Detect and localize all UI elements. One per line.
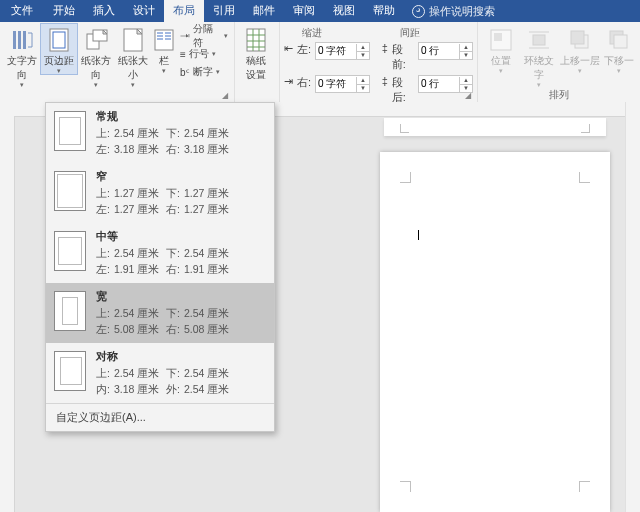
size-button[interactable]: 纸张大小▾ <box>114 24 151 88</box>
margins-button[interactable]: 页边距▾ <box>40 23 79 75</box>
tell-me-label: 操作说明搜索 <box>429 4 495 19</box>
crop-mark <box>400 172 411 183</box>
indent-left-icon: ⇤ <box>284 42 293 72</box>
space-before-label: 段前: <box>392 42 414 72</box>
margins-moderate-icon <box>54 231 86 271</box>
margins-mirrored-icon <box>54 351 86 391</box>
wrap-text-icon <box>520 26 558 54</box>
spinner-up[interactable]: ▲ <box>460 44 472 52</box>
tab-strip: 文件 开始 插入 设计 布局 引用 邮件 审阅 视图 帮助 操作说明搜索 <box>0 0 640 22</box>
crop-mark <box>581 124 590 133</box>
caret-icon: ▾ <box>77 82 114 88</box>
tab-review[interactable]: 审阅 <box>284 0 324 22</box>
crop-mark <box>579 481 590 492</box>
tab-layout[interactable]: 布局 <box>164 0 204 22</box>
indent-right-spinner[interactable]: ▲▼ <box>315 75 370 93</box>
bring-forward-icon <box>558 26 602 54</box>
space-before-spinner[interactable]: ▲▼ <box>418 42 473 60</box>
tab-help[interactable]: 帮助 <box>364 0 404 22</box>
crop-mark <box>400 124 409 133</box>
group-arrange: 位置▾ 环绕文字▾ 上移一层▾ 下移一▾ 排列 <box>478 22 640 102</box>
tab-references[interactable]: 引用 <box>204 0 244 22</box>
page-setup-dialog-launcher[interactable]: ◢ <box>222 91 232 101</box>
margins-option-wide[interactable]: 宽 上:2.54 厘米下:2.54 厘米 左:5.08 厘米右:5.08 厘米 <box>46 283 274 343</box>
spinner-down[interactable]: ▼ <box>357 85 369 92</box>
margins-icon <box>41 26 78 54</box>
tab-design[interactable]: 设计 <box>124 0 164 22</box>
svg-rect-29 <box>614 35 627 48</box>
indent-right-input[interactable] <box>316 79 356 90</box>
spinner-down[interactable]: ▼ <box>357 52 369 59</box>
breaks-button[interactable]: ⭲分隔符 ▾ <box>180 27 228 45</box>
margins-narrow-icon <box>54 171 86 211</box>
wrap-text-button: 环绕文字▾ <box>520 24 558 88</box>
margins-dropdown: 常规 上:2.54 厘米下:2.54 厘米 左:3.18 厘米右:3.18 厘米… <box>45 102 275 432</box>
margins-wide-icon <box>54 291 86 331</box>
hyphenation-button[interactable]: bᶜ断字 ▾ <box>180 63 228 81</box>
orientation-icon <box>77 26 114 54</box>
caret-icon: ▾ <box>224 33 228 39</box>
bulb-icon <box>412 5 425 18</box>
crop-mark <box>579 172 590 183</box>
vertical-ruler[interactable] <box>0 116 15 512</box>
indent-right-icon: ⇥ <box>284 75 293 105</box>
margins-option-moderate[interactable]: 中等 上:2.54 厘米下:2.54 厘米 左:1.91 厘米右:1.91 厘米 <box>46 223 274 283</box>
indent-left-input[interactable] <box>316 46 356 57</box>
svg-rect-27 <box>571 31 584 44</box>
group-docgrid: 稿纸 设置 <box>235 22 280 102</box>
spinner-up[interactable]: ▲ <box>357 77 369 85</box>
svg-rect-1 <box>18 31 21 49</box>
position-button: 位置▾ <box>482 24 520 74</box>
space-before-icon: ‡ <box>382 42 388 72</box>
tab-home[interactable]: 开始 <box>44 0 84 22</box>
text-cursor <box>418 230 419 240</box>
svg-rect-0 <box>13 31 16 49</box>
bring-forward-button: 上移一层▾ <box>558 24 602 74</box>
margins-normal-icon <box>54 111 86 151</box>
tell-me-search[interactable]: 操作说明搜索 <box>404 0 503 22</box>
breaks-icon: ⭲ <box>180 31 190 42</box>
caret-icon: ▾ <box>151 68 176 74</box>
position-icon <box>482 26 520 54</box>
indent-left-label: 左: <box>297 42 311 72</box>
ribbon: 文字方向▾ 页边距▾ 纸张方向▾ 纸张大小▾ <box>0 22 640 103</box>
spinner-down[interactable]: ▼ <box>460 52 472 59</box>
send-backward-button: 下移一▾ <box>602 24 636 74</box>
svg-rect-15 <box>247 29 265 51</box>
space-after-input[interactable] <box>419 79 459 90</box>
columns-icon <box>151 26 176 54</box>
space-after-icon: ‡ <box>382 75 388 105</box>
group-paragraph: 缩进 间距 ⇤ 左: ▲▼ ‡ 段前: ▲▼ ⇥ 右: ▲▼ ‡ 段后: ▲▼ <box>280 22 478 102</box>
spinner-up[interactable]: ▲ <box>460 77 472 85</box>
margins-option-mirrored[interactable]: 对称 上:2.54 厘米下:2.54 厘米 内:3.18 厘米外:2.54 厘米 <box>46 343 274 403</box>
docgrid-icon <box>239 26 273 54</box>
margins-custom-button[interactable]: 自定义页边距(A)... <box>46 403 274 431</box>
tab-insert[interactable]: 插入 <box>84 0 124 22</box>
caret-icon: ▾ <box>4 82 41 88</box>
caret-icon: ▾ <box>216 69 220 75</box>
paragraph-dialog-launcher[interactable]: ◢ <box>465 91 475 101</box>
space-after-label: 段后: <box>392 75 414 105</box>
svg-rect-23 <box>533 35 545 45</box>
vertical-scrollbar[interactable] <box>625 102 640 512</box>
tab-mailings[interactable]: 邮件 <box>244 0 284 22</box>
text-direction-button[interactable]: 文字方向▾ <box>4 24 41 88</box>
document-page[interactable] <box>380 152 610 512</box>
margins-option-normal[interactable]: 常规 上:2.54 厘米下:2.54 厘米 左:3.18 厘米右:3.18 厘米 <box>46 103 274 163</box>
crop-mark <box>400 481 411 492</box>
tab-view[interactable]: 视图 <box>324 0 364 22</box>
svg-rect-2 <box>23 31 26 49</box>
columns-button[interactable]: 栏▾ <box>151 24 176 74</box>
space-before-input[interactable] <box>419 46 459 57</box>
spinner-up[interactable]: ▲ <box>357 44 369 52</box>
line-numbers-icon: ≡ <box>180 49 186 60</box>
orientation-button[interactable]: 纸张方向▾ <box>77 24 114 88</box>
docgrid-button[interactable]: 稿纸 设置 <box>239 24 273 82</box>
size-icon <box>114 26 151 54</box>
margins-option-narrow[interactable]: 窄 上:1.27 厘米下:1.27 厘米 左:1.27 厘米右:1.27 厘米 <box>46 163 274 223</box>
tab-file[interactable]: 文件 <box>0 0 44 22</box>
previous-page-edge <box>384 118 606 136</box>
indent-right-label: 右: <box>297 75 311 105</box>
indent-left-spinner[interactable]: ▲▼ <box>315 42 370 60</box>
spacing-header: 间距 <box>400 26 420 40</box>
